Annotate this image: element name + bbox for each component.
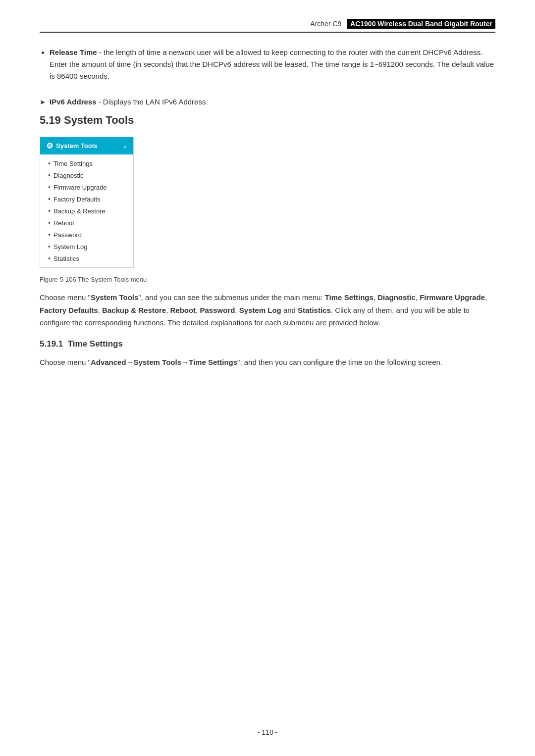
section-heading: 5.19 System Tools [40, 114, 495, 127]
figure-caption: Figure 5-106 The System Tools menu [40, 276, 495, 283]
menu-header: ⚙ System Tools ⌄ [40, 137, 133, 154]
menu-item-system-log[interactable]: System Log [40, 241, 133, 252]
ipv6-address-desc: - Displays the LAN IPv6 Address. [99, 98, 208, 106]
body-statistics: Statistics [298, 306, 331, 314]
subsection-number: 5.19.1 [40, 339, 63, 349]
body-system-log: System Log [239, 306, 281, 314]
menu-item-label: System Log [54, 243, 88, 251]
release-time-label: Release Time [50, 48, 97, 56]
menu-item-label: Firmware Upgrade [54, 184, 107, 191]
ipv6-address-text: IPv6 Address - Displays the LAN IPv6 Add… [50, 96, 208, 108]
page-number: - 110 - [258, 728, 277, 736]
bullet-list: Release Time - the length of time a netw… [40, 47, 495, 82]
header-title: Archer C9 AC1900 Wireless Dual Band Giga… [310, 20, 495, 28]
menu-item-label: Backup & Restore [54, 207, 106, 215]
gear-icon: ⚙ [46, 141, 53, 151]
page: Archer C9 AC1900 Wireless Dual Band Giga… [0, 0, 535, 756]
menu-item-factory-defaults[interactable]: Factory Defaults [40, 193, 133, 205]
menu-item-firmware-upgrade[interactable]: Firmware Upgrade [40, 181, 133, 193]
body-diagnostic: Diagnostic [377, 293, 416, 302]
system-tools-menu: ⚙ System Tools ⌄ Time Settings Diagnosti… [40, 137, 134, 268]
body-time-settings: Time Settings [325, 293, 374, 302]
menu-item-statistics[interactable]: Statistics [40, 252, 133, 264]
section-number: 5.19 [40, 114, 61, 126]
subsection-heading: 5.19.1 Time Settings [40, 339, 495, 349]
body-password: Password [200, 306, 235, 314]
menu-item-label: Reboot [54, 219, 74, 227]
arrow-symbol: ➤ [40, 97, 46, 107]
body-backup-restore: Backup & Restore [102, 306, 166, 314]
menu-item-label: Statistics [54, 255, 79, 262]
model-name: Archer C9 [310, 20, 341, 28]
subsection-paragraph: Choose menu "Advanced→System Tools→Time … [40, 356, 495, 369]
menu-item-label: Password [54, 231, 82, 239]
menu-item-time-settings[interactable]: Time Settings [40, 157, 133, 169]
page-footer: - 110 - [0, 728, 535, 736]
chevron-down-icon: ⌄ [122, 143, 127, 150]
arrow-item-ipv6: ➤ IPv6 Address - Displays the LAN IPv6 A… [40, 96, 495, 108]
menu-item-label: Factory Defaults [54, 196, 101, 203]
menu-items-list: Time Settings Diagnostic Firmware Upgrad… [40, 154, 133, 267]
body-factory-defaults: Factory Defaults [40, 306, 98, 314]
menu-item-password[interactable]: Password [40, 229, 133, 241]
body-reboot: Reboot [170, 306, 196, 314]
subsection-title: Time Settings [68, 339, 123, 349]
body-paragraph: Choose menu "System Tools", and you can … [40, 291, 495, 329]
release-time-text: - the length of time a network user will… [50, 48, 494, 80]
menu-item-label: Diagnostic [54, 172, 84, 179]
body-system-tools: System Tools [91, 293, 138, 302]
menu-header-left: ⚙ System Tools [46, 141, 98, 151]
ipv6-address-label: IPv6 Address [50, 98, 97, 106]
subsection-path: Advanced→System Tools→Time Settings [91, 358, 237, 366]
bullet-item-release-time: Release Time - the length of time a netw… [50, 47, 495, 82]
menu-item-label: Time Settings [54, 160, 93, 167]
section-title: System Tools [64, 114, 134, 126]
menu-item-backup-restore[interactable]: Backup & Restore [40, 205, 133, 217]
page-header: Archer C9 AC1900 Wireless Dual Band Giga… [40, 20, 495, 33]
product-name: AC1900 Wireless Dual Band Gigabit Router [347, 19, 495, 29]
menu-header-label: System Tools [56, 142, 98, 150]
body-firmware-upgrade: Firmware Upgrade [420, 293, 485, 302]
menu-item-diagnostic[interactable]: Diagnostic [40, 169, 133, 181]
menu-item-reboot[interactable]: Reboot [40, 217, 133, 229]
